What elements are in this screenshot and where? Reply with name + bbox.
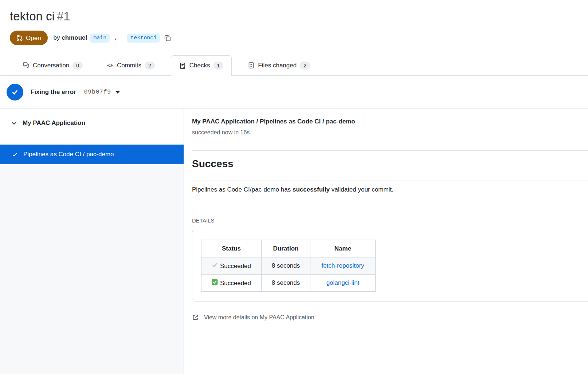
check-icon — [12, 151, 18, 158]
tab-counter: 1 — [213, 62, 224, 70]
tab-files-changed[interactable]: Files changed 2 — [240, 55, 318, 75]
chevron-down-icon — [11, 120, 17, 126]
pr-title-text: tekton ci — [10, 9, 55, 23]
tab-conversation[interactable]: Conversation 0 — [15, 55, 91, 75]
view-more-details-label: View more details on My PAAC Application — [204, 314, 314, 321]
gray-check-icon — [212, 262, 220, 268]
pr-tab-bar: Conversation 0 Commits 2 Checks 1 — [0, 55, 588, 76]
commit-selector-bar: Fixing the error 09b07f9 — [0, 76, 588, 109]
checklist-icon — [179, 62, 186, 69]
task-table: Status Duration Name Succeeded 8 seconds… — [201, 240, 376, 292]
tab-counter: 0 — [72, 62, 83, 70]
pr-header: tekton ci#1 Open by chmouel main ← tekto… — [0, 0, 588, 45]
sidebar-group-label: My PAAC Application — [23, 119, 85, 127]
view-more-details-link[interactable]: View more details on My PAAC Application — [192, 314, 314, 321]
details-box: Status Duration Name Succeeded 8 seconds… — [192, 230, 588, 302]
tab-label: Files changed — [258, 62, 297, 69]
task-link[interactable]: golangci-lint — [326, 279, 360, 286]
commit-sha-dropdown[interactable]: 09b07f9 — [84, 89, 120, 95]
head-branch-label[interactable]: tektonci — [127, 34, 160, 43]
result-message: Pipelines as Code CI/pac-demo has succes… — [192, 186, 588, 193]
table-header-row: Status Duration Name — [201, 240, 376, 257]
column-header-duration: Duration — [262, 240, 310, 257]
result-message-bold: successfully — [293, 186, 330, 193]
details-label: DETAILS — [192, 217, 588, 224]
task-link[interactable]: fetch-repository — [321, 262, 364, 269]
status-text: Succeeded — [220, 280, 251, 287]
checks-sidebar: My PAAC Application Pipelines as Code CI… — [0, 109, 184, 374]
tab-counter: 2 — [145, 62, 155, 70]
status-cell: Succeeded — [201, 275, 262, 292]
tab-label: Checks — [189, 62, 210, 69]
pr-author: chmouel — [62, 34, 87, 41]
pr-state-badge: Open — [10, 31, 48, 45]
pr-meta-row: Open by chmouel main ← tektonci — [10, 31, 588, 45]
status-cell: Succeeded — [201, 257, 262, 275]
result-heading: Success — [192, 158, 588, 170]
sidebar-filler — [0, 164, 184, 374]
pr-number: #1 — [57, 9, 70, 23]
result-message-suffix: validated your commit. — [330, 186, 393, 193]
table-row: Succeeded 8 seconds fetch-repository — [201, 257, 376, 275]
check-run-status-line: succeeded now in 16s — [192, 129, 588, 136]
table-row: Succeeded 8 seconds golangci-lint — [201, 275, 376, 292]
page-title: tekton ci#1 — [10, 9, 588, 23]
checks-layout: My PAAC Application Pipelines as Code CI… — [0, 109, 588, 374]
copy-branch-button[interactable] — [164, 34, 171, 42]
sidebar-item-label: Pipelines as Code CI / pac-demo — [23, 151, 114, 158]
divider — [192, 150, 588, 151]
base-branch-label[interactable]: main — [90, 34, 110, 43]
commit-message: Fixing the error — [31, 88, 76, 96]
column-header-status: Status — [201, 240, 262, 257]
pr-state-label: Open — [26, 35, 41, 41]
name-cell: golangci-lint — [310, 275, 376, 292]
git-commit-icon — [107, 62, 114, 69]
duration-cell: 8 seconds — [262, 275, 310, 292]
tab-label: Conversation — [33, 62, 69, 69]
check-circle-icon — [7, 84, 23, 101]
column-header-name: Name — [310, 240, 376, 257]
tab-checks[interactable]: Checks 1 — [171, 55, 232, 76]
tab-commits[interactable]: Commits 2 — [99, 55, 163, 75]
status-text: Succeeded — [220, 263, 251, 269]
external-link-icon — [192, 314, 199, 321]
file-diff-icon — [248, 62, 255, 69]
pr-byline: by chmouel — [54, 34, 87, 42]
check-run-panel: My PAAC Application / Pipelines as Code … — [184, 109, 588, 374]
divider — [192, 181, 588, 181]
result-message-prefix: Pipelines as Code CI/pac-demo has — [192, 186, 293, 193]
tab-counter: 2 — [300, 62, 310, 70]
name-cell: fetch-repository — [310, 257, 376, 275]
sidebar-group-my-paac-application[interactable]: My PAAC Application — [0, 109, 184, 127]
check-run-breadcrumb: My PAAC Application / Pipelines as Code … — [192, 118, 588, 126]
copy-icon — [164, 34, 171, 42]
caret-down-icon — [115, 91, 120, 94]
tab-label: Commits — [117, 62, 141, 69]
sidebar-item-pipelines-as-code-ci-pac-demo[interactable]: Pipelines as Code CI / pac-demo — [0, 145, 184, 164]
comment-discussion-icon — [23, 62, 30, 69]
commit-sha: 09b07f9 — [84, 89, 111, 95]
by-label: by — [54, 34, 60, 41]
green-check-icon — [212, 279, 220, 285]
merge-direction-arrow: ← — [113, 34, 121, 42]
duration-cell: 8 seconds — [262, 257, 310, 275]
git-pull-request-icon — [16, 35, 23, 41]
